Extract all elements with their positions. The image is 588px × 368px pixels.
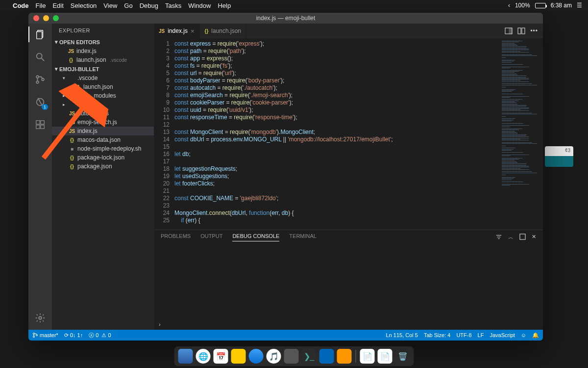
search-icon[interactable] bbox=[33, 50, 47, 64]
open-editors-section[interactable]: ▾Open Editors bbox=[52, 37, 154, 47]
svg-rect-1 bbox=[37, 32, 42, 39]
menu-edit[interactable]: Edit bbox=[52, 2, 63, 9]
minimize-window-button[interactable] bbox=[43, 15, 49, 21]
bottom-panel: PROBLEMSOUTPUTDEBUG CONSOLETERMINAL ︿ ✕ … bbox=[154, 230, 543, 330]
git-branch[interactable]: master* bbox=[32, 332, 58, 338]
window-controls bbox=[33, 15, 59, 21]
debug-badge: 1 bbox=[42, 104, 48, 110]
svg-rect-11 bbox=[36, 125, 40, 129]
feedback-icon[interactable]: ☺ bbox=[521, 332, 526, 338]
tree-item[interactable]: ▾.vscode bbox=[52, 74, 154, 82]
svg-rect-12 bbox=[41, 125, 44, 129]
line-gutter: 1234567891011121314151617181920212223242… bbox=[154, 38, 174, 230]
menu-help[interactable]: Help bbox=[218, 2, 231, 9]
svg-line-3 bbox=[42, 58, 45, 61]
panel-collapse-icon[interactable]: ︿ bbox=[508, 234, 514, 241]
editor-tab[interactable]: {}launch.json bbox=[200, 24, 247, 38]
dock-trash[interactable]: 🗑️ bbox=[395, 349, 410, 364]
language-mode[interactable]: JavaScript bbox=[490, 332, 514, 338]
dock-chrome[interactable]: 🌐 bbox=[196, 349, 211, 364]
menu-extras-icon[interactable]: ☰ bbox=[577, 2, 582, 9]
layout-icon[interactable] bbox=[517, 27, 525, 35]
panel-maximize-icon[interactable] bbox=[519, 234, 526, 241]
dock-finder[interactable] bbox=[178, 349, 193, 364]
dock-doc2[interactable]: 📄 bbox=[378, 349, 392, 364]
panel-tab[interactable]: PROBLEMS bbox=[161, 233, 191, 241]
svg-point-23 bbox=[33, 336, 35, 338]
svg-rect-17 bbox=[522, 28, 525, 34]
source-control-icon[interactable] bbox=[33, 73, 47, 86]
more-actions-icon[interactable]: ••• bbox=[530, 27, 538, 34]
encoding[interactable]: UTF-8 bbox=[456, 332, 471, 338]
notifications-icon[interactable]: 🔔 bbox=[532, 332, 539, 339]
tree-item[interactable]: {}macos-data.json bbox=[52, 135, 154, 144]
dock-terminal[interactable] bbox=[284, 349, 299, 364]
wifi-chevron-icon[interactable]: ‹ bbox=[508, 2, 510, 9]
menu-debug[interactable]: Debug bbox=[140, 2, 158, 9]
extensions-icon[interactable] bbox=[33, 118, 47, 131]
menu-file[interactable]: File bbox=[36, 2, 46, 9]
menu-view[interactable]: View bbox=[103, 2, 117, 9]
panel-input[interactable]: › bbox=[154, 319, 543, 330]
dock-sublime[interactable] bbox=[337, 349, 352, 364]
svg-point-4 bbox=[36, 76, 39, 78]
status-bar: master* ⟳ 0↓ 1↑ ⓧ 0 ⚠ 0 Ln 115, Col 5 Ta… bbox=[28, 330, 543, 341]
code-editor[interactable]: const express = require('express');const… bbox=[174, 38, 500, 230]
menu-go[interactable]: Go bbox=[124, 2, 132, 9]
mac-menubar: Code File Edit Selection View Go Debug T… bbox=[0, 0, 588, 11]
git-sync[interactable]: ⟳ 0↓ 1↑ bbox=[64, 332, 83, 339]
background-window[interactable] bbox=[545, 146, 573, 167]
panel-tab[interactable]: DEBUG CONSOLE bbox=[232, 233, 279, 241]
editor-tab[interactable]: JSindex.js× bbox=[154, 24, 200, 38]
panel-tabs: PROBLEMSOUTPUTDEBUG CONSOLETERMINAL ︿ ✕ bbox=[154, 230, 543, 244]
titlebar[interactable]: index.js — emoji-bullet bbox=[28, 13, 543, 24]
panel-filter-icon[interactable] bbox=[495, 234, 502, 241]
dock-calendar[interactable]: 📅 bbox=[214, 349, 228, 364]
open-editor-item[interactable]: {}launch.json.vscode bbox=[52, 55, 154, 64]
tab-size[interactable]: Tab Size: 4 bbox=[424, 332, 450, 338]
menu-tasks[interactable]: Tasks bbox=[165, 2, 181, 9]
close-window-button[interactable] bbox=[33, 15, 39, 21]
settings-gear-icon[interactable] bbox=[33, 311, 47, 325]
panel-tab[interactable]: TERMINAL bbox=[289, 233, 317, 241]
tree-item[interactable]: JSautocatch.js bbox=[52, 109, 154, 118]
app-name[interactable]: Code bbox=[13, 2, 29, 9]
tree-item[interactable]: ■node-simple-redeploy.sh bbox=[52, 144, 154, 153]
problems-count[interactable]: ⓧ 0 ⚠ 0 bbox=[89, 332, 111, 339]
tree-item[interactable]: JSindex.js bbox=[52, 127, 154, 135]
tree-item[interactable]: ▸static bbox=[52, 100, 154, 109]
tree-item[interactable]: ▸node_modules bbox=[52, 91, 154, 100]
dock-doc1[interactable]: 📄 bbox=[360, 349, 375, 364]
mac-dock: 🌐 📅 🎵 ❯_ 📄 📄 🗑️ bbox=[174, 346, 414, 366]
battery-percent: 100% bbox=[515, 2, 530, 9]
svg-point-24 bbox=[36, 335, 38, 336]
panel-tab[interactable]: OUTPUT bbox=[200, 233, 222, 241]
cursor-position[interactable]: Ln 115, Col 5 bbox=[386, 332, 418, 338]
explorer-icon[interactable] bbox=[33, 27, 47, 41]
tree-item[interactable]: {}package.json bbox=[52, 162, 154, 171]
project-section[interactable]: ▾emoji-bullet bbox=[52, 64, 154, 74]
tree-item[interactable]: {}package-lock.json bbox=[52, 153, 154, 162]
maximize-window-button[interactable] bbox=[53, 15, 59, 21]
debug-icon[interactable]: 1 bbox=[33, 95, 47, 109]
panel-close-icon[interactable]: ✕ bbox=[532, 234, 536, 241]
open-editor-item[interactable]: JSindex.js bbox=[52, 47, 154, 55]
tree-item[interactable]: JSemoji-search.js bbox=[52, 118, 154, 127]
dock-music[interactable]: 🎵 bbox=[267, 349, 281, 364]
menu-selection[interactable]: Selection bbox=[71, 2, 97, 9]
dock-vscode[interactable] bbox=[319, 349, 334, 364]
vscode-window: index.js — emoji-bullet 1 bbox=[28, 13, 543, 341]
dock-iterm[interactable]: ❯_ bbox=[302, 349, 317, 364]
svg-rect-16 bbox=[518, 28, 521, 34]
svg-rect-21 bbox=[520, 234, 525, 239]
dock-safari[interactable] bbox=[249, 349, 264, 364]
dock-notes[interactable] bbox=[231, 349, 246, 364]
minimap[interactable]: ▬▬▬▬▬▬▬▬▬▬▬▬▬▬▬▬▬▬▬▬▬▬▬▬▬▬▬▬▬▬▬▬▬▬▬ ▬▬▬▬… bbox=[500, 38, 543, 230]
svg-point-5 bbox=[36, 81, 39, 83]
eol[interactable]: LF bbox=[478, 332, 484, 338]
svg-point-13 bbox=[39, 316, 42, 319]
split-editor-icon[interactable] bbox=[505, 27, 513, 35]
debug-console-body[interactable] bbox=[154, 244, 543, 319]
tree-item[interactable]: {}launch.json bbox=[52, 82, 154, 91]
menu-window[interactable]: Window bbox=[188, 2, 211, 9]
